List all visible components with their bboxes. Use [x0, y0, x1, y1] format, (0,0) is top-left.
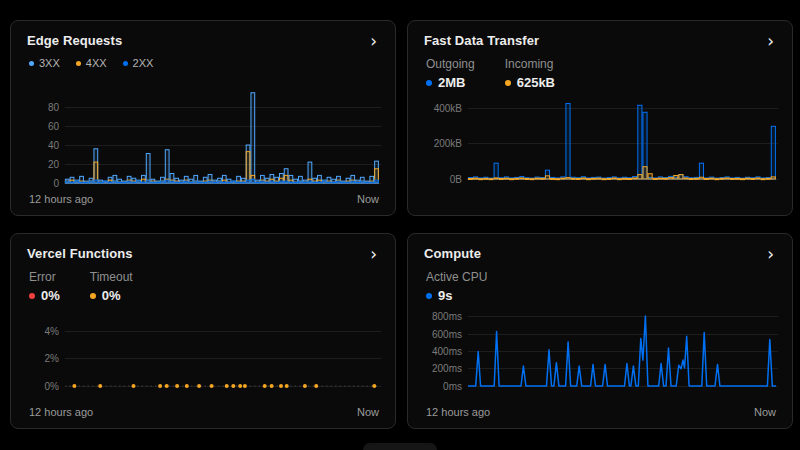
card-vercel-functions: Vercel Functions › Error 0% Timeout 0% 0…: [10, 233, 396, 429]
stat-timeout: Timeout 0%: [90, 270, 133, 303]
stat-value-row: 9s: [426, 288, 487, 303]
chevron-right-icon[interactable]: ›: [368, 34, 379, 48]
svg-text:400kB: 400kB: [434, 103, 463, 114]
svg-text:0: 0: [53, 178, 59, 189]
stat-dot-active-cpu: [426, 293, 432, 299]
card-header: Edge Requests ›: [27, 33, 379, 48]
card-compute: Compute › Active CPU 9s 0ms200ms400ms600…: [407, 233, 793, 429]
svg-text:Now: Now: [357, 406, 379, 418]
stat-value: 0%: [102, 288, 121, 303]
stat-dot-timeout: [90, 293, 96, 299]
stats: Outgoing 2MB Incoming 625kB: [426, 57, 776, 90]
stats: Error 0% Timeout 0%: [29, 270, 379, 303]
svg-text:600ms: 600ms: [432, 329, 462, 340]
stat-label: Incoming: [505, 57, 555, 71]
svg-text:12 hours ago: 12 hours ago: [426, 406, 490, 418]
card-title-edge-requests: Edge Requests: [27, 33, 122, 48]
legend-item-2xx: 2XX: [123, 57, 154, 69]
svg-text:0B: 0B: [450, 174, 463, 185]
card-fast-data-transfer: Fast Data Transfer › Outgoing 2MB Incomi…: [407, 20, 793, 216]
svg-text:60: 60: [48, 121, 60, 132]
stat-value-row: 2MB: [426, 75, 475, 90]
card-edge-requests: Edge Requests › 3XX 4XX 2XX 02040608012 …: [10, 20, 396, 216]
svg-text:2%: 2%: [45, 353, 60, 364]
vercel-functions-chart: 0%2%4%12 hours agoNow: [27, 304, 381, 418]
card-title-fast-data-transfer: Fast Data Transfer: [424, 33, 539, 48]
stat-label: Error: [29, 270, 60, 284]
stat-value: 9s: [438, 288, 452, 303]
card-header: Fast Data Transfer ›: [424, 33, 776, 48]
svg-text:Now: Now: [754, 406, 776, 418]
edge-requests-chart: 02040608012 hours agoNow: [27, 87, 381, 205]
compute-chart: 0ms200ms400ms600ms800ms12 hours agoNow: [424, 304, 778, 418]
svg-text:12 hours ago: 12 hours ago: [29, 406, 93, 418]
svg-text:0ms: 0ms: [443, 381, 462, 392]
stat-incoming: Incoming 625kB: [505, 57, 555, 90]
stat-dot-incoming: [505, 80, 511, 86]
svg-text:40: 40: [48, 140, 60, 151]
stat-value: 0%: [41, 288, 60, 303]
legend-label-2xx: 2XX: [133, 57, 154, 69]
svg-text:4%: 4%: [45, 326, 60, 337]
svg-text:800ms: 800ms: [432, 311, 462, 322]
stat-value-row: 0%: [90, 288, 133, 303]
svg-text:20: 20: [48, 159, 60, 170]
svg-text:12 hours ago: 12 hours ago: [29, 193, 93, 205]
card-header: Vercel Functions ›: [27, 246, 379, 261]
stat-label: Outgoing: [426, 57, 475, 71]
card-title-vercel-functions: Vercel Functions: [27, 246, 133, 261]
svg-text:0%: 0%: [45, 381, 60, 392]
svg-text:200ms: 200ms: [432, 363, 462, 374]
stat-value-row: 0%: [29, 288, 60, 303]
svg-text:Now: Now: [357, 193, 379, 205]
legend-item-4xx: 4XX: [76, 57, 107, 69]
legend-label-3xx: 3XX: [39, 57, 60, 69]
stat-value-row: 625kB: [505, 75, 555, 90]
chevron-right-icon[interactable]: ›: [765, 247, 776, 261]
svg-text:200kB: 200kB: [434, 138, 463, 149]
dashboard-grid: Edge Requests › 3XX 4XX 2XX 02040608012 …: [10, 20, 793, 429]
stat-value: 2MB: [438, 75, 465, 90]
stat-label: Timeout: [90, 270, 133, 284]
stat-label: Active CPU: [426, 270, 487, 284]
svg-text:400ms: 400ms: [432, 346, 462, 357]
legend-dot-2xx: [123, 61, 128, 66]
legend-label-4xx: 4XX: [86, 57, 107, 69]
dock-pill: [363, 443, 437, 450]
stat-dot-outgoing: [426, 80, 432, 86]
stat-outgoing: Outgoing 2MB: [426, 57, 475, 90]
svg-text:80: 80: [48, 102, 60, 113]
legend-dot-3xx: [29, 61, 34, 66]
legend: 3XX 4XX 2XX: [29, 57, 379, 69]
chevron-right-icon[interactable]: ›: [368, 247, 379, 261]
stats: Active CPU 9s: [426, 270, 776, 303]
chevron-right-icon[interactable]: ›: [765, 34, 776, 48]
legend-item-3xx: 3XX: [29, 57, 60, 69]
stat-error: Error 0%: [29, 270, 60, 303]
stat-dot-error: [29, 293, 35, 299]
stat-active-cpu: Active CPU 9s: [426, 270, 487, 303]
legend-dot-4xx: [76, 61, 81, 66]
card-header: Compute ›: [424, 246, 776, 261]
stat-value: 625kB: [517, 75, 555, 90]
card-title-compute: Compute: [424, 246, 481, 261]
fast-data-transfer-chart: 0B200kB400kB: [424, 95, 778, 191]
